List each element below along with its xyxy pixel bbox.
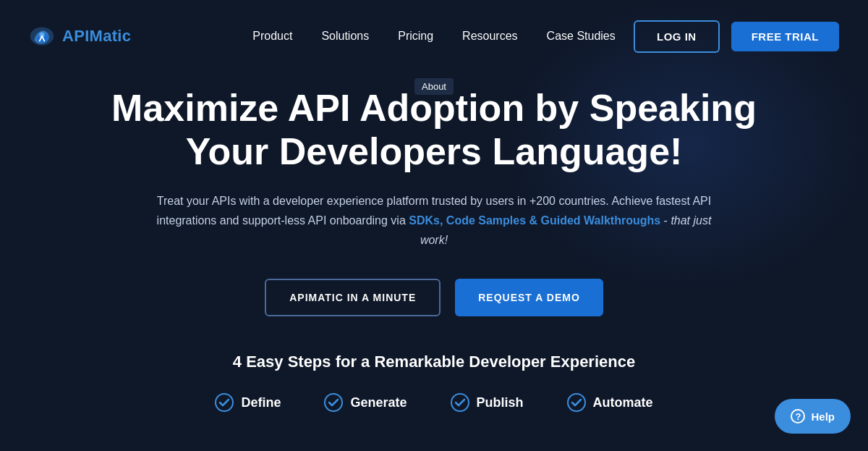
hero-title: Maximize API Adoption by Speaking Your D… — [109, 87, 760, 174]
step-automate-label: Automate — [593, 395, 653, 410]
step-generate-icon — [324, 393, 343, 412]
logo-text: APIMatic — [62, 27, 131, 46]
free-trial-button[interactable]: FREE TRIAL — [731, 22, 839, 51]
logo[interactable]: APIMatic — [29, 23, 131, 49]
apimatic-minute-button[interactable]: APIMATIC IN A MINUTE — [265, 279, 441, 316]
hero-section: Maximize API Adoption by Speaking Your D… — [0, 72, 868, 412]
step-define: Define — [215, 393, 281, 412]
nav-case-studies[interactable]: Case Studies — [547, 30, 616, 43]
svg-point-3 — [325, 394, 342, 411]
help-button[interactable]: ? Help — [775, 399, 851, 434]
step-define-label: Define — [241, 395, 281, 410]
nav-actions: LOG IN FREE TRIAL — [634, 20, 839, 53]
svg-point-5 — [568, 394, 585, 411]
apimatic-logo-icon — [29, 23, 55, 49]
step-automate-icon — [567, 393, 586, 412]
hero-subtitle: Treat your APIs with a developer experie… — [152, 191, 716, 250]
step-automate: Automate — [567, 393, 653, 412]
cta-buttons: APIMATIC IN A MINUTE REQUEST A DEMO — [265, 279, 603, 316]
help-label: Help — [811, 410, 835, 423]
step-define-icon — [215, 393, 234, 412]
step-generate-label: Generate — [350, 395, 407, 410]
step-publish: Publish — [451, 393, 524, 412]
nav-product[interactable]: Product — [252, 30, 292, 43]
request-demo-button[interactable]: REQUEST A DEMO — [455, 279, 603, 316]
nav-links: Product Solutions Pricing Resources Case… — [252, 30, 616, 43]
nav-pricing[interactable]: Pricing — [398, 30, 433, 43]
help-icon: ? — [791, 409, 805, 423]
nav-solutions[interactable]: Solutions — [321, 30, 369, 43]
login-button[interactable]: LOG IN — [634, 20, 720, 53]
hero-subtitle-text2: - — [660, 214, 671, 227]
steps-row: Define Generate Publish Automate — [215, 393, 652, 412]
step-publish-label: Publish — [477, 395, 524, 410]
steps-title: 4 Easy Steps for a Remarkable Developer … — [233, 353, 635, 371]
nav-resources[interactable]: Resources — [462, 30, 517, 43]
navbar: APIMatic Product Solutions Pricing Resou… — [0, 0, 868, 72]
step-publish-icon — [451, 393, 469, 412]
svg-point-2 — [216, 394, 233, 411]
hero-subtitle-link[interactable]: SDKs, Code Samples & Guided Walkthroughs — [409, 214, 660, 227]
step-generate: Generate — [324, 393, 407, 412]
svg-point-4 — [451, 394, 469, 411]
